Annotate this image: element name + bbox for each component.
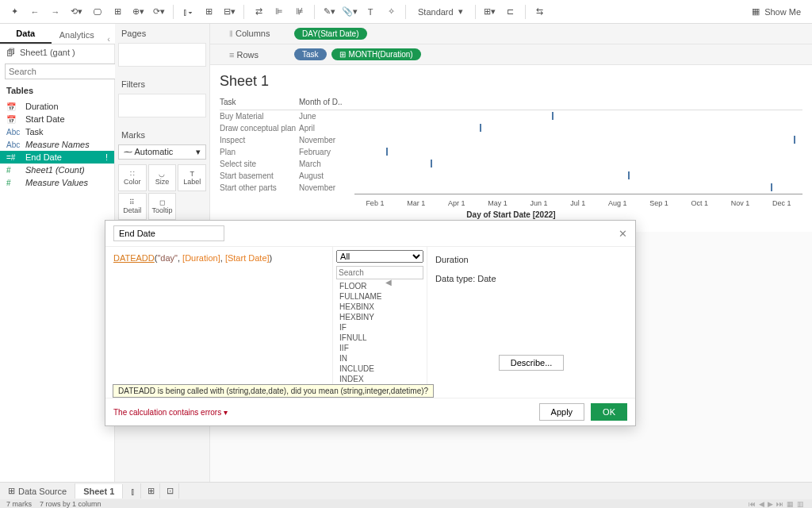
swap-icon[interactable]: ⫿▾: [178, 3, 197, 21]
totals-icon[interactable]: ⊫: [270, 3, 289, 21]
datasource-item[interactable]: 🗐 Sheet1 (gant ): [0, 44, 114, 60]
gantt-row[interactable]: Draw conceptual planApril: [220, 122, 802, 134]
formula-editor[interactable]: DATEADD("day", [Duration], [Start Date]): [105, 247, 332, 398]
axis-tick: Sep 1: [649, 199, 668, 207]
axis-tick: Jun 1: [530, 199, 547, 207]
presentation-icon[interactable]: ⊏: [501, 3, 520, 21]
gantt-row[interactable]: Buy MaterialJune: [220, 110, 802, 122]
function-item[interactable]: INCLUDE: [336, 364, 423, 374]
function-item[interactable]: IFNULL: [336, 333, 423, 343]
axis-tick: Feb 1: [366, 199, 384, 207]
function-item[interactable]: HEXBINX: [336, 302, 423, 312]
function-item[interactable]: INDEX: [336, 374, 423, 384]
columns-label: ⫴ Columns: [210, 29, 289, 39]
forward-icon[interactable]: →: [46, 3, 65, 21]
header-month[interactable]: Month of D..: [299, 94, 354, 110]
field-measure-names[interactable]: AbcMeasure Names: [0, 138, 114, 151]
marks-detail-button[interactable]: ⠿Detail: [118, 193, 147, 220]
new-dashboard-icon[interactable]: ⊞: [143, 483, 160, 498]
function-item[interactable]: IIF: [336, 343, 423, 353]
function-item[interactable]: FLOOR: [336, 281, 423, 291]
labels-icon[interactable]: ⊯: [290, 3, 309, 21]
rows-pill-task[interactable]: Task: [294, 48, 327, 60]
marks-label-button[interactable]: TLabel: [178, 164, 206, 191]
axis-tick: Nov 1: [731, 199, 750, 207]
field-type-icon: Abc: [6, 128, 21, 137]
marks-size-button[interactable]: ◡Size: [148, 164, 177, 191]
marks-color-button[interactable]: ∷Color: [118, 164, 147, 191]
field-duration[interactable]: 📅Duration: [0, 100, 114, 113]
axis-tick: Jul 1: [570, 199, 585, 207]
tab-sheet1[interactable]: Sheet 1: [75, 484, 123, 498]
function-item[interactable]: IN: [336, 353, 423, 364]
function-search[interactable]: [336, 266, 423, 279]
collapse-sidepanel[interactable]: ‹: [102, 34, 115, 44]
new-datasource-icon[interactable]: 🖵: [87, 3, 106, 21]
field-measure-values[interactable]: #Measure Values: [0, 176, 114, 189]
tab-data[interactable]: Data: [0, 25, 52, 44]
filters-header: Filters: [115, 75, 209, 94]
showme-button[interactable]: ▦ Show Me: [745, 6, 807, 17]
sort-asc-icon[interactable]: ⊞: [199, 3, 218, 21]
field-end-date[interactable]: =#End Date!: [0, 151, 114, 164]
share-icon[interactable]: ⇆: [530, 3, 550, 21]
filters-shelf[interactable]: [118, 94, 206, 117]
field-task[interactable]: AbcTask: [0, 125, 114, 138]
tab-datasource[interactable]: ⊞Data Source: [0, 483, 75, 498]
apply-button[interactable]: Apply: [539, 403, 585, 421]
calc-name-input[interactable]: [113, 225, 224, 241]
label-icon: T: [190, 170, 194, 178]
sheet-title[interactable]: Sheet 1: [210, 65, 812, 94]
fit-dropdown[interactable]: Standard▾: [411, 6, 470, 17]
gantt-row[interactable]: PlanFebruary: [220, 146, 802, 158]
status-marks: 7 marks: [6, 500, 32, 508]
function-category-dropdown[interactable]: All: [336, 250, 423, 263]
ok-button[interactable]: OK: [591, 403, 627, 421]
fix-axes-icon[interactable]: ✧: [381, 3, 400, 21]
clear-icon[interactable]: ⟳▾: [149, 3, 168, 21]
x-axis: Feb 1Mar 1Apr 1May 1Jun 1Jul 1Aug 1Sep 1…: [354, 194, 802, 207]
panel-collapse-handle[interactable]: ◀: [385, 278, 392, 287]
highlight-icon[interactable]: ✎▾: [320, 3, 339, 21]
function-item[interactable]: FULLNAME: [336, 291, 423, 302]
gantt-row[interactable]: Select siteMarch: [220, 158, 802, 170]
header-task[interactable]: Task: [220, 94, 299, 110]
marks-tooltip-button[interactable]: ◻Tooltip: [148, 193, 177, 220]
sort-desc-icon[interactable]: ⊟▾: [220, 3, 239, 21]
rows-shelf[interactable]: ≡ Rows Task ⊞MONTH(Duration): [210, 44, 812, 65]
status-rows: 7 rows by 1 column: [40, 500, 102, 508]
tab-analytics[interactable]: Analytics: [52, 26, 103, 44]
cards-icon[interactable]: ⊞▾: [481, 3, 500, 21]
search-input[interactable]: [5, 64, 122, 79]
gantt-row[interactable]: Start other partsNovember: [220, 182, 802, 194]
axis-tick: Oct 1: [691, 199, 709, 207]
gantt-row[interactable]: InspectNovember: [220, 134, 802, 146]
logo-icon[interactable]: ✦: [5, 3, 24, 21]
function-list[interactable]: FLOORFULLNAMEHEXBINXHEXBINYIFIFNULLIIFIN…: [336, 281, 423, 394]
duplicate-icon[interactable]: ⊕▾: [128, 3, 147, 21]
new-sheet-icon[interactable]: ⊞: [108, 3, 127, 21]
columns-pill[interactable]: DAY(Start Date): [294, 28, 367, 40]
close-icon[interactable]: ✕: [619, 228, 627, 240]
columns-shelf[interactable]: ⫴ Columns DAY(Start Date): [210, 24, 812, 44]
error-message[interactable]: The calculation contains errors ▾: [113, 408, 228, 417]
pin-icon[interactable]: 📎▾: [340, 3, 359, 21]
field-start-date[interactable]: 📅Start Date: [0, 113, 114, 125]
back-icon[interactable]: ←: [25, 3, 44, 21]
describe-button[interactable]: Describe...: [499, 355, 565, 371]
text-icon[interactable]: T: [361, 3, 380, 21]
function-item[interactable]: IF: [336, 322, 423, 333]
sheet-nav[interactable]: ⏮◀▶⏭▦▥: [747, 500, 806, 508]
marks-type-dropdown[interactable]: ⁓ Automatic▾: [118, 144, 206, 160]
group-icon[interactable]: ⇄: [249, 3, 268, 21]
new-story-icon[interactable]: ⊡: [162, 483, 179, 498]
rows-pill-month[interactable]: ⊞MONTH(Duration): [331, 48, 421, 60]
tables-header: Tables: [0, 83, 114, 98]
pages-shelf[interactable]: [118, 43, 206, 67]
detail-icon: ⠿: [129, 198, 135, 206]
gantt-row[interactable]: Start basementAugust: [220, 170, 802, 182]
new-worksheet-icon[interactable]: ⫿: [126, 483, 141, 498]
field-sheet1-count-[interactable]: #Sheet1 (Count): [0, 164, 114, 176]
save-icon[interactable]: ⟲▾: [67, 3, 86, 21]
function-item[interactable]: HEXBINY: [336, 312, 423, 322]
